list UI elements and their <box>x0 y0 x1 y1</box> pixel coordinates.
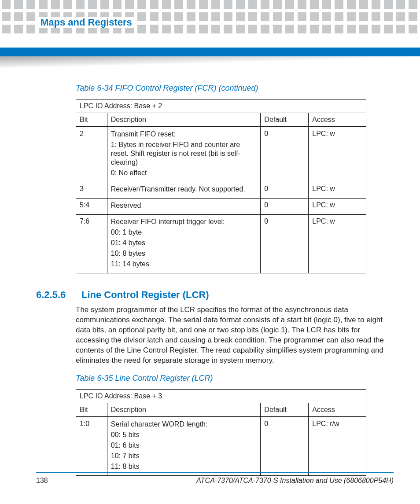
table-row: LPC IO Address: Base + 2 <box>76 99 366 113</box>
desc-line: 00: 5 bits <box>111 430 257 439</box>
col-header: Description <box>107 403 261 417</box>
cell-default: 0 <box>261 215 309 273</box>
table-row: Bit Description Default Access <box>76 403 366 417</box>
page-footer: 138 ATCA-7370/ATCA-7370-S Installation a… <box>36 472 394 485</box>
section-paragraph: The system programmer of the LCR specifi… <box>76 305 393 366</box>
cell-bit: 3 <box>76 182 107 199</box>
page-number: 138 <box>36 477 48 485</box>
cell-default: 0 <box>261 182 309 199</box>
col-header: Access <box>309 403 366 417</box>
cell-bit: 2 <box>76 127 107 182</box>
section-title: Line Control Register (LCR) <box>81 289 209 301</box>
cell-bit: 1:0 <box>76 417 107 476</box>
cell-description: Transmit FIFO reset: 1: Bytes in receive… <box>107 127 261 182</box>
cell-access: LPC: w <box>309 199 366 215</box>
cell-description: Receiver/Transmitter ready. Not supporte… <box>107 182 261 199</box>
col-header: Default <box>261 403 309 417</box>
cell-access: LPC: w <box>309 182 366 199</box>
section-number: 6.2.5.6 <box>36 289 69 301</box>
desc-line: Receiver/Transmitter ready. Not supporte… <box>111 185 257 194</box>
desc-line: 0: No effect <box>111 169 257 177</box>
running-header-title: Maps and Registers <box>36 17 136 28</box>
desc-line: Serial character WORD length: <box>111 420 257 429</box>
cell-default: 0 <box>261 199 309 215</box>
desc-line: 1: Bytes in receiver FIFO and counter ar… <box>111 140 257 167</box>
section-heading: 6.2.5.6 Line Control Register (LCR) <box>36 289 394 301</box>
cell-bit: 5:4 <box>76 199 107 215</box>
fcr-table: LPC IO Address: Base + 2 Bit Description… <box>76 99 366 273</box>
col-header: Bit <box>76 113 107 127</box>
col-header: Description <box>107 113 261 127</box>
cell-default: 0 <box>261 127 309 182</box>
desc-line: 11: 14 bytes <box>111 260 257 269</box>
header-blue-bar <box>0 48 420 56</box>
cell-access: LPC: w <box>309 127 366 182</box>
header-gray-wedge <box>0 56 420 68</box>
table-row: 3 Receiver/Transmitter ready. Not suppor… <box>76 182 366 199</box>
cell-description: Reserved <box>107 199 261 215</box>
col-header: Access <box>309 113 366 127</box>
cell-access: LPC: r/w <box>309 417 366 476</box>
cell-default: 0 <box>261 417 309 476</box>
desc-line: 11: 8 bits <box>111 462 257 471</box>
cell-description: Receiver FIFO interrupt trigger level: 0… <box>107 215 261 273</box>
table-row: Bit Description Default Access <box>76 113 366 127</box>
table-row: 2 Transmit FIFO reset: 1: Bytes in recei… <box>76 127 366 182</box>
table-caption: Table 6-35 Line Control Register (LCR) <box>76 374 394 383</box>
desc-line: 00: 1 byte <box>111 228 257 237</box>
col-header: Bit <box>76 403 107 417</box>
table-row: 1:0 Serial character WORD length: 00: 5 … <box>76 417 366 476</box>
table-caption: Table 6-34 FIFO Control Register (FCR) (… <box>76 84 394 93</box>
table-row: 7:6 Receiver FIFO interrupt trigger leve… <box>76 215 366 273</box>
footer-doc-title: ATCA-7370/ATCA-7370-S Installation and U… <box>196 477 394 485</box>
table-row: LPC IO Address: Base + 3 <box>76 389 366 403</box>
desc-line: 01: 4 bytes <box>111 239 257 247</box>
page-content: Table 6-34 FIFO Control Register (FCR) (… <box>36 79 394 476</box>
desc-line: Transmit FIFO reset: <box>111 130 257 139</box>
document-page: { "header": { "running_title": "Maps and… <box>0 0 420 504</box>
table-address-line: LPC IO Address: Base + 3 <box>76 389 366 403</box>
table-address-line: LPC IO Address: Base + 2 <box>76 99 366 113</box>
table-row: 5:4 Reserved 0 LPC: w <box>76 199 366 215</box>
desc-line: Reserved <box>111 201 257 210</box>
desc-line: 01: 6 bits <box>111 441 257 450</box>
lcr-table: LPC IO Address: Base + 3 Bit Description… <box>76 389 366 476</box>
cell-description: Serial character WORD length: 00: 5 bits… <box>107 417 261 476</box>
desc-line: 10: 8 bytes <box>111 249 257 258</box>
col-header: Default <box>261 113 309 127</box>
desc-line: 10: 7 bits <box>111 452 257 460</box>
desc-line: Receiver FIFO interrupt trigger level: <box>111 217 257 226</box>
cell-bit: 7:6 <box>76 215 107 273</box>
cell-access: LPC: w <box>309 215 366 273</box>
